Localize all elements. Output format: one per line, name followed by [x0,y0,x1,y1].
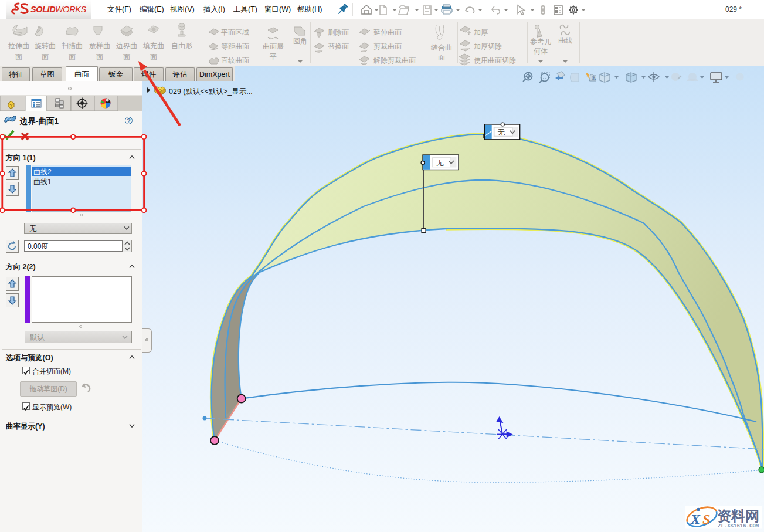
svg-text:圆角: 圆角 [293,37,307,45]
svg-text:参考几: 参考几 [530,38,551,46]
svg-text:面: 面 [123,53,130,61]
svg-text:无: 无 [498,128,505,137]
svg-text:面: 面 [42,53,49,61]
svg-text:填充曲: 填充曲 [143,42,164,50]
svg-text:加厚切除: 加厚切除 [474,42,502,50]
svg-text:029 (默认<<默认>_显示...: 029 (默认<<默认>_显示... [169,87,253,96]
svg-text:替换面: 替换面 [328,42,349,50]
svg-text:边界曲: 边界曲 [116,42,137,50]
svg-text:平面区域: 平面区域 [221,28,249,36]
svg-text:加厚: 加厚 [474,28,488,36]
svg-text:旋转曲: 旋转曲 [35,42,56,50]
svg-text:ZL.XS1616.COM: ZL.XS1616.COM [718,523,759,529]
svg-text:扫描曲: 扫描曲 [62,42,83,50]
svg-text:使用曲面切除: 使用曲面切除 [474,56,516,65]
svg-text:直纹曲面: 直纹曲面 [221,56,249,65]
svg-text:剪裁曲面: 剪裁曲面 [373,42,402,50]
svg-text:缝合曲: 缝合曲 [431,43,452,52]
svg-text:何体: 何体 [534,47,548,55]
svg-text:面: 面 [96,53,103,61]
svg-text:S: S [702,511,710,527]
svg-text:自由形: 自由形 [171,42,192,50]
svg-text:曲线: 曲线 [558,36,572,45]
svg-text:SOLID: SOLID [30,5,56,14]
svg-text:无: 无 [436,158,444,167]
svg-text:面: 面 [69,53,76,61]
svg-text:资料网: 资料网 [717,508,759,524]
svg-text:曲面展: 曲面展 [263,42,284,50]
svg-text:平: 平 [270,52,277,60]
svg-text:拉伸曲: 拉伸曲 [8,42,29,50]
svg-text:X: X [690,511,701,527]
svg-text:延伸曲面: 延伸曲面 [373,28,402,36]
svg-text:删除面: 删除面 [328,28,349,36]
svg-text:放样曲: 放样曲 [89,42,110,50]
svg-text:面: 面 [15,53,22,61]
svg-text:面: 面 [438,53,445,62]
svg-text:WORKS: WORKS [55,5,87,14]
svg-text:面: 面 [150,53,157,61]
svg-text:等距曲面: 等距曲面 [221,42,249,50]
svg-text:解除剪裁曲面: 解除剪裁曲面 [373,56,416,65]
svg-text:A: A [592,76,596,82]
